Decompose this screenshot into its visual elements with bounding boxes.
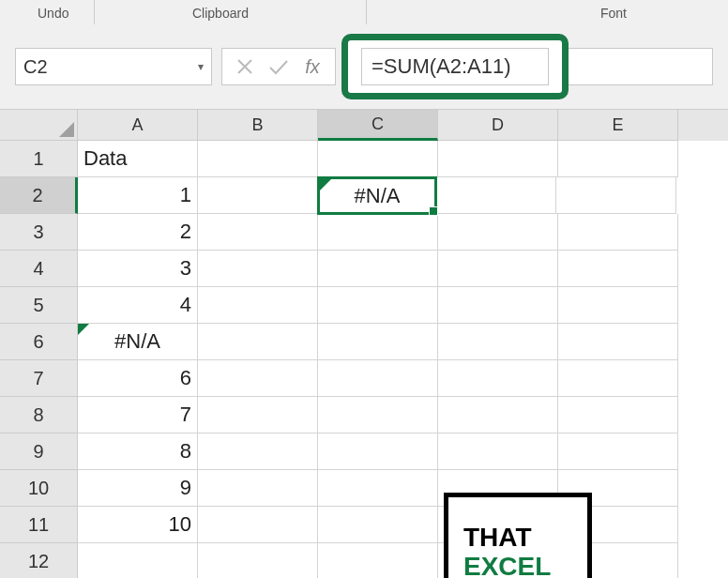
- cell[interactable]: [198, 543, 318, 578]
- row: 1110: [0, 507, 728, 543]
- row: 32: [0, 214, 728, 251]
- cell[interactable]: [318, 141, 438, 177]
- cell[interactable]: [438, 287, 558, 324]
- row: 1Data: [0, 141, 728, 177]
- cell[interactable]: [318, 397, 438, 434]
- cell[interactable]: [198, 214, 318, 251]
- row-header[interactable]: 10: [0, 470, 78, 507]
- cell[interactable]: [438, 360, 558, 397]
- cell[interactable]: [198, 287, 318, 324]
- row: 21#N/A: [0, 177, 728, 214]
- cell[interactable]: 3: [78, 251, 198, 287]
- row-header[interactable]: 5: [0, 287, 78, 324]
- column-header-e[interactable]: E: [558, 110, 678, 141]
- cell[interactable]: [318, 287, 438, 324]
- grid-rows: 1Data21#N/A3243546#N/A768798109111012: [0, 141, 728, 578]
- select-all-corner[interactable]: [0, 110, 78, 141]
- cell[interactable]: [438, 214, 558, 251]
- fx-button[interactable]: fx: [296, 49, 329, 84]
- row: 54: [0, 287, 728, 324]
- formula-bar: C2 ▾ fx =SUM(A2:A11): [0, 26, 728, 109]
- cell[interactable]: [556, 177, 676, 214]
- cell[interactable]: Data: [78, 141, 198, 177]
- cell[interactable]: [558, 214, 678, 251]
- cell[interactable]: [438, 324, 558, 360]
- formula-input[interactable]: =SUM(A2:A11): [361, 48, 549, 85]
- cell[interactable]: [436, 177, 556, 214]
- cell[interactable]: 1: [78, 177, 198, 214]
- column-header-b[interactable]: B: [198, 110, 318, 141]
- row-header[interactable]: 1: [0, 141, 78, 177]
- cell[interactable]: 7: [78, 397, 198, 434]
- cell[interactable]: [558, 141, 678, 177]
- row-header[interactable]: 12: [0, 543, 78, 578]
- cell[interactable]: [198, 507, 318, 543]
- cell[interactable]: [318, 543, 438, 578]
- row: 87: [0, 397, 728, 434]
- column-header-d[interactable]: D: [438, 110, 558, 141]
- name-box-value: C2: [23, 56, 48, 78]
- cell[interactable]: 8: [78, 434, 198, 470]
- formula-highlight-annotation: =SUM(A2:A11): [341, 34, 569, 99]
- cell[interactable]: [558, 434, 678, 470]
- column-header-c[interactable]: C: [318, 110, 438, 141]
- row-header[interactable]: 9: [0, 434, 78, 470]
- cell[interactable]: 4: [78, 287, 198, 324]
- cell[interactable]: [438, 397, 558, 434]
- column-header-a[interactable]: A: [78, 110, 198, 141]
- row-header[interactable]: 11: [0, 507, 78, 543]
- cell[interactable]: [318, 324, 438, 360]
- row-header[interactable]: 2: [0, 177, 78, 214]
- cell[interactable]: [318, 434, 438, 470]
- cell[interactable]: [318, 507, 438, 543]
- ribbon-font-label: Font: [600, 6, 627, 21]
- cell[interactable]: #N/A: [78, 324, 198, 360]
- cell[interactable]: [198, 141, 318, 177]
- cell[interactable]: [198, 324, 318, 360]
- cell[interactable]: [438, 251, 558, 287]
- cell[interactable]: [438, 141, 558, 177]
- cell[interactable]: [318, 214, 438, 251]
- cell[interactable]: [198, 470, 318, 507]
- cell[interactable]: [78, 543, 198, 578]
- spreadsheet-grid: ABCDE 1Data21#N/A3243546#N/A768798109111…: [0, 109, 728, 578]
- row-header[interactable]: 3: [0, 214, 78, 251]
- row: 12: [0, 543, 728, 578]
- cell[interactable]: [558, 397, 678, 434]
- enter-icon[interactable]: [262, 49, 296, 84]
- cell[interactable]: [318, 251, 438, 287]
- cell[interactable]: [198, 177, 318, 214]
- cell[interactable]: [558, 324, 678, 360]
- logo-line-2: EXCEL: [463, 553, 587, 578]
- cell[interactable]: [558, 360, 678, 397]
- row-header[interactable]: 7: [0, 360, 78, 397]
- chevron-down-icon[interactable]: ▾: [198, 60, 204, 73]
- row-header[interactable]: 8: [0, 397, 78, 434]
- cell[interactable]: [318, 360, 438, 397]
- column-headers: ABCDE: [0, 110, 728, 141]
- cell[interactable]: [558, 287, 678, 324]
- row-header[interactable]: 6: [0, 324, 78, 360]
- cancel-icon[interactable]: [228, 49, 262, 84]
- cell[interactable]: 2: [78, 214, 198, 251]
- ribbon-divider: [366, 0, 367, 24]
- ribbon-group-labels: Undo Clipboard Font: [0, 0, 728, 26]
- name-box[interactable]: C2 ▾: [15, 48, 212, 85]
- cell[interactable]: [198, 360, 318, 397]
- formula-input-overflow[interactable]: [569, 48, 713, 85]
- ribbon-clipboard-label: Clipboard: [192, 6, 249, 21]
- row: 76: [0, 360, 728, 397]
- cell[interactable]: [198, 251, 318, 287]
- cell[interactable]: 9: [78, 470, 198, 507]
- row: 43: [0, 251, 728, 287]
- logo-line-1: THAT: [463, 524, 587, 553]
- cell[interactable]: [198, 397, 318, 434]
- row-header[interactable]: 4: [0, 251, 78, 287]
- cell[interactable]: 10: [78, 507, 198, 543]
- cell[interactable]: [198, 434, 318, 470]
- cell[interactable]: #N/A: [317, 176, 437, 215]
- cell[interactable]: [438, 434, 558, 470]
- cell[interactable]: [558, 251, 678, 287]
- cell[interactable]: [318, 470, 438, 507]
- cell[interactable]: 6: [78, 360, 198, 397]
